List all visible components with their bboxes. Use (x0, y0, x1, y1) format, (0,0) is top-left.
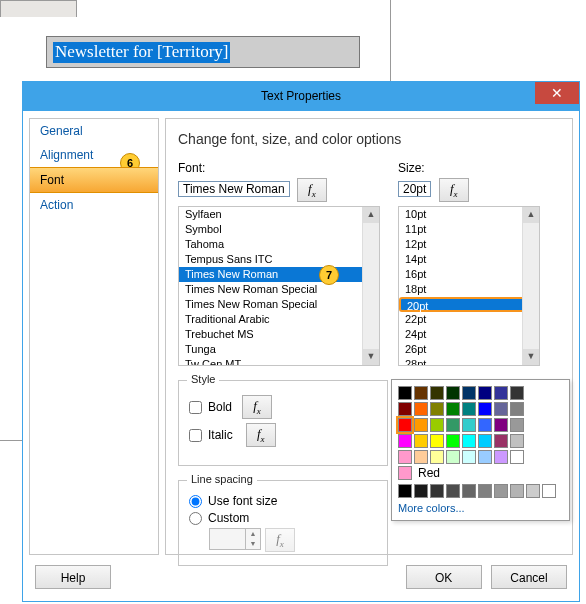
size-listbox[interactable]: 10pt11pt12pt14pt16pt18pt20pt22pt24pt26pt… (398, 206, 540, 366)
palette-cell[interactable] (430, 434, 444, 448)
palette-cell[interactable] (510, 418, 524, 432)
palette-cell[interactable] (398, 434, 412, 448)
size-option[interactable]: 14pt (399, 252, 539, 267)
font-option[interactable]: Symbol (179, 222, 379, 237)
palette-cell[interactable] (494, 386, 508, 400)
font-input[interactable]: Times New Roman (178, 181, 290, 197)
font-option[interactable]: Tempus Sans ITC (179, 252, 379, 267)
font-option[interactable]: Sylfaen (179, 207, 379, 222)
size-option[interactable]: 22pt (399, 312, 539, 327)
italic-fx-button[interactable]: fx (246, 423, 276, 447)
palette-cell[interactable] (398, 402, 412, 416)
spacing-fx-button[interactable]: fx (265, 528, 295, 552)
palette-cell[interactable] (446, 450, 460, 464)
size-option[interactable]: 12pt (399, 237, 539, 252)
font-fx-button[interactable]: fx (297, 178, 327, 202)
palette-cell[interactable] (462, 386, 476, 400)
scroll-up-icon[interactable]: ▲ (523, 207, 539, 223)
palette-cell[interactable] (462, 402, 476, 416)
font-option[interactable]: Tahoma (179, 237, 379, 252)
nav-action[interactable]: Action (30, 193, 158, 217)
palette-cell[interactable] (430, 450, 444, 464)
scrollbar[interactable]: ▲▼ (362, 207, 379, 365)
font-option[interactable]: Times New Roman Special (179, 282, 379, 297)
size-option[interactable]: 10pt (399, 207, 539, 222)
palette-cell[interactable] (446, 386, 460, 400)
newsletter-field[interactable]: Newsletter for [Territory] (46, 36, 360, 68)
font-option[interactable]: Times New Roman7 (179, 267, 379, 282)
nav-font[interactable]: Font (30, 167, 158, 193)
palette-cell[interactable] (510, 402, 524, 416)
palette-cell[interactable] (494, 434, 508, 448)
size-option[interactable]: 18pt (399, 282, 539, 297)
palette-gray-cell[interactable] (398, 484, 412, 498)
size-option[interactable]: 16pt (399, 267, 539, 282)
size-input[interactable]: 20pt (398, 181, 431, 197)
palette-gray-cell[interactable] (542, 484, 556, 498)
palette-gray-cell[interactable] (510, 484, 524, 498)
palette-cell[interactable] (478, 434, 492, 448)
palette-cell[interactable] (414, 418, 428, 432)
palette-cell[interactable] (462, 434, 476, 448)
scrollbar[interactable]: ▲▼ (522, 207, 539, 365)
custom-radio[interactable]: Custom (187, 511, 379, 525)
palette-cell[interactable] (510, 450, 524, 464)
size-fx-button[interactable]: fx (439, 178, 469, 202)
palette-cell[interactable] (430, 402, 444, 416)
palette-cell[interactable] (510, 434, 524, 448)
size-option[interactable]: 28pt (399, 357, 539, 366)
bold-fx-button[interactable]: fx (242, 395, 272, 419)
palette-cell[interactable] (414, 434, 428, 448)
help-button[interactable]: Help (35, 565, 111, 589)
palette-cell[interactable] (494, 450, 508, 464)
palette-cell[interactable] (462, 450, 476, 464)
palette-cell[interactable] (430, 418, 444, 432)
palette-gray-cell[interactable] (494, 484, 508, 498)
palette-gray-cell[interactable] (446, 484, 460, 498)
palette-cell[interactable] (494, 402, 508, 416)
size-option[interactable]: 20pt (399, 297, 539, 312)
palette-cell[interactable] (494, 418, 508, 432)
titlebar[interactable]: Text Properties ✕ (23, 82, 579, 111)
font-option[interactable]: Tunga (179, 342, 379, 357)
scroll-up-icon[interactable]: ▲ (363, 207, 379, 223)
palette-cell[interactable] (478, 402, 492, 416)
size-option[interactable]: 26pt (399, 342, 539, 357)
font-listbox[interactable]: SylfaenSymbolTahomaTempus Sans ITCTimes … (178, 206, 380, 366)
palette-gray-cell[interactable] (526, 484, 540, 498)
palette-cell[interactable] (414, 386, 428, 400)
nav-alignment[interactable]: Alignment 6 (30, 143, 158, 167)
cancel-button[interactable]: Cancel (491, 565, 567, 589)
custom-spinner[interactable]: ▲▼ (209, 528, 261, 550)
palette-cell[interactable] (446, 418, 460, 432)
font-option[interactable]: Times New Roman Special (179, 297, 379, 312)
color-palette-popup[interactable]: Red More colors... (391, 379, 570, 521)
font-option[interactable]: Tw Cen MT (179, 357, 379, 366)
palette-gray-cell[interactable] (462, 484, 476, 498)
palette-cell[interactable] (398, 450, 412, 464)
ok-button[interactable]: OK (406, 565, 482, 589)
close-button[interactable]: ✕ (535, 82, 579, 104)
palette-cell[interactable] (462, 418, 476, 432)
size-option[interactable]: 11pt (399, 222, 539, 237)
font-option[interactable]: Trebuchet MS (179, 327, 379, 342)
palette-gray-cell[interactable] (414, 484, 428, 498)
palette-cell[interactable] (398, 418, 412, 432)
palette-cell[interactable] (478, 418, 492, 432)
palette-cell[interactable] (414, 402, 428, 416)
palette-cell[interactable] (478, 450, 492, 464)
bold-checkbox[interactable]: Boldfx (187, 395, 379, 419)
more-colors-link[interactable]: More colors... (398, 502, 563, 514)
italic-checkbox[interactable]: Italicfx (187, 423, 379, 447)
palette-gray-cell[interactable] (430, 484, 444, 498)
use-font-size-radio[interactable]: Use font size (187, 494, 379, 508)
size-option[interactable]: 24pt (399, 327, 539, 342)
palette-cell[interactable] (478, 386, 492, 400)
palette-cell[interactable] (446, 402, 460, 416)
font-option[interactable]: Traditional Arabic (179, 312, 379, 327)
palette-cell[interactable] (446, 434, 460, 448)
nav-general[interactable]: General (30, 119, 158, 143)
scroll-down-icon[interactable]: ▼ (363, 349, 379, 365)
scroll-down-icon[interactable]: ▼ (523, 349, 539, 365)
palette-cell[interactable] (430, 386, 444, 400)
